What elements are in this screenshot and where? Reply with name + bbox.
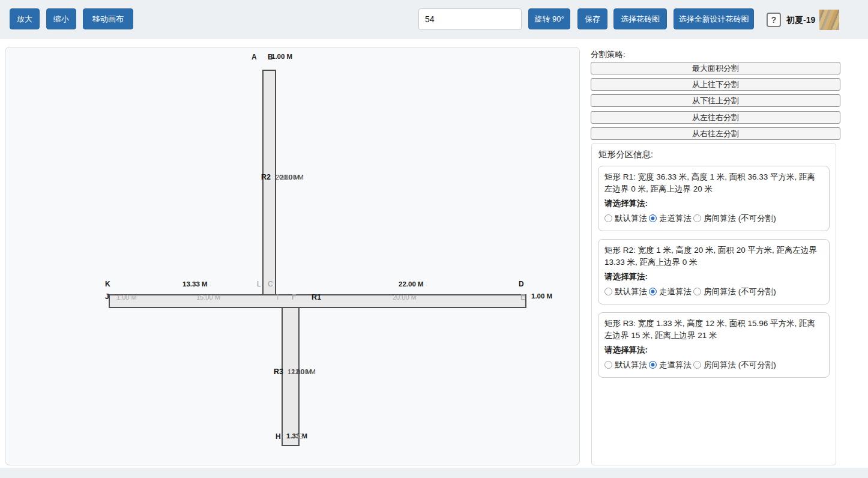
rect-r1-info-card: 矩形 R1: 宽度 36.33 米, 高度 1 米, 面积 36.33 平方米,… xyxy=(598,166,830,231)
radio-walkway-icon[interactable] xyxy=(649,288,657,295)
rect-r2-name-label: R2 xyxy=(261,173,271,181)
radio-room-icon[interactable] xyxy=(693,288,701,295)
dim-j-segment: 1.00 M xyxy=(116,294,137,301)
move-canvas-button[interactable]: 移动画布 xyxy=(83,8,133,29)
vertex-d-label: D xyxy=(519,280,524,288)
rotate-90-button[interactable]: 旋转 90° xyxy=(528,8,570,29)
radio-default-label: 默认算法 xyxy=(615,286,647,298)
dim-c-to-d: 22.00 M xyxy=(399,280,424,288)
drawing-canvas[interactable]: A B 1.00 M R2 20.00 M 20.00 M K 13.33 M … xyxy=(5,47,580,465)
algorithm-prompt: 请选择算法: xyxy=(604,198,823,210)
vertex-g-label: G xyxy=(298,432,303,441)
rect-r1-name-label: R1 xyxy=(312,293,321,301)
rect-r3-info-card: 矩形 R3: 宽度 1.33 米, 高度 12 米, 面积 15.96 平方米,… xyxy=(598,312,830,378)
rectangle-info-title: 矩形分区信息: xyxy=(598,149,831,160)
dim-inner-left: 15.00 M xyxy=(196,294,220,301)
help-icon[interactable]: ? xyxy=(767,13,781,27)
rect-r1-description: 矩形 R1: 宽度 36.33 米, 高度 1 米, 面积 36.33 平方米,… xyxy=(604,171,823,196)
select-tile-pattern-button[interactable]: 选择花砖图 xyxy=(613,8,667,29)
radio-room-label: 房间算法 (不可分割) xyxy=(704,359,776,371)
radio-room-icon[interactable] xyxy=(693,361,701,369)
radio-walkway-label: 走道算法 xyxy=(659,286,692,298)
radio-option-room-algorithm[interactable]: 房间算法 (不可分割) xyxy=(693,213,776,225)
radio-default-label: 默认算法 xyxy=(615,213,647,225)
dim-inner-right: 20.00 M xyxy=(393,294,417,301)
radio-default-icon[interactable] xyxy=(604,361,612,369)
vertex-f-label: F xyxy=(292,293,296,301)
dim-r2-height-right: 20.00 M xyxy=(280,174,304,181)
vertex-c-label: C xyxy=(268,280,273,288)
rect-r2-info-card: 矩形 R2: 宽度 1 米, 高度 20 米, 面积 20 平方米, 距离左边界… xyxy=(598,239,830,304)
radio-option-default-algorithm[interactable]: 默认算法 xyxy=(604,359,647,371)
save-button[interactable]: 保存 xyxy=(577,8,607,29)
pattern-name-label: 初夏-19 xyxy=(786,15,815,26)
strategy-bottom-up-button[interactable]: 从下往上分割 xyxy=(591,94,840,107)
rect-r2-description: 矩形 R2: 宽度 1 米, 高度 20 米, 面积 20 平方米, 距离左边界… xyxy=(604,244,823,269)
radio-walkway-icon[interactable] xyxy=(649,361,657,369)
tile-pattern-thumbnail[interactable] xyxy=(819,10,839,30)
rect-r3-description: 矩形 R3: 宽度 1.33 米, 高度 12 米, 面积 15.96 平方米,… xyxy=(604,318,823,342)
radio-option-default-algorithm[interactable]: 默认算法 xyxy=(604,286,647,298)
strategy-right-left-button[interactable]: 从右往左分割 xyxy=(591,127,840,140)
dim-r2-top-width: 1.00 M xyxy=(271,53,292,60)
rect-r3[interactable] xyxy=(282,306,300,446)
radio-room-label: 房间算法 (不可分割) xyxy=(704,213,776,225)
dim-k-to-l: 13.33 M xyxy=(182,280,208,288)
select-new-design-tile-button[interactable]: 选择全新设计花砖图 xyxy=(674,8,754,29)
vertex-a-label: A xyxy=(252,53,257,61)
bottom-strip xyxy=(0,468,868,478)
radio-room-label: 房间算法 (不可分割) xyxy=(704,286,776,298)
split-strategy-title: 分割策略: xyxy=(591,49,625,60)
radio-default-icon[interactable] xyxy=(604,288,612,295)
radio-option-walkway-algorithm[interactable]: 走道算法 xyxy=(649,359,692,371)
radio-option-walkway-algorithm[interactable]: 走道算法 xyxy=(649,213,692,225)
vertex-i-label: I xyxy=(277,293,279,301)
rectangle-info-panel: 矩形分区信息: 矩形 R1: 宽度 36.33 米, 高度 1 米, 面积 36… xyxy=(591,143,836,465)
radio-walkway-label: 走道算法 xyxy=(659,213,692,225)
rect-r2[interactable] xyxy=(262,70,276,295)
algorithm-prompt: 请选择算法: xyxy=(604,344,823,356)
vertex-h-label: H xyxy=(276,432,281,441)
rect-r3-name-label: R3 xyxy=(274,368,283,376)
zoom-out-button[interactable]: 缩小 xyxy=(46,8,76,29)
vertex-j-label: J xyxy=(105,292,109,301)
algorithm-prompt: 请选择算法: xyxy=(604,271,823,283)
dim-right-side: 1.00 M xyxy=(531,292,552,300)
radio-option-room-algorithm[interactable]: 房间算法 (不可分割) xyxy=(693,359,776,371)
radio-walkway-label: 走道算法 xyxy=(659,359,692,371)
radio-default-label: 默认算法 xyxy=(615,359,647,371)
radio-option-default-algorithm[interactable]: 默认算法 xyxy=(604,213,647,225)
radio-room-icon[interactable] xyxy=(693,214,701,222)
vertex-l-label: L xyxy=(257,280,261,288)
strategy-max-area-button[interactable]: 最大面积分割 xyxy=(591,62,840,74)
vertex-k-label: K xyxy=(105,280,110,288)
vertex-e-label: E xyxy=(520,293,525,301)
dim-r3-height-right: 12.00 M xyxy=(292,368,316,375)
size-input[interactable] xyxy=(418,8,522,30)
strategy-left-right-button[interactable]: 从左往右分割 xyxy=(591,111,840,124)
radio-option-room-algorithm[interactable]: 房间算法 (不可分割) xyxy=(693,286,776,298)
radio-option-walkway-algorithm[interactable]: 走道算法 xyxy=(649,286,692,298)
dim-r3-bottom-width: 1.33 M xyxy=(286,432,307,440)
strategy-top-down-button[interactable]: 从上往下分割 xyxy=(591,78,840,91)
zoom-in-button[interactable]: 放大 xyxy=(10,8,40,29)
radio-default-icon[interactable] xyxy=(604,214,612,222)
radio-walkway-icon[interactable] xyxy=(649,214,657,222)
